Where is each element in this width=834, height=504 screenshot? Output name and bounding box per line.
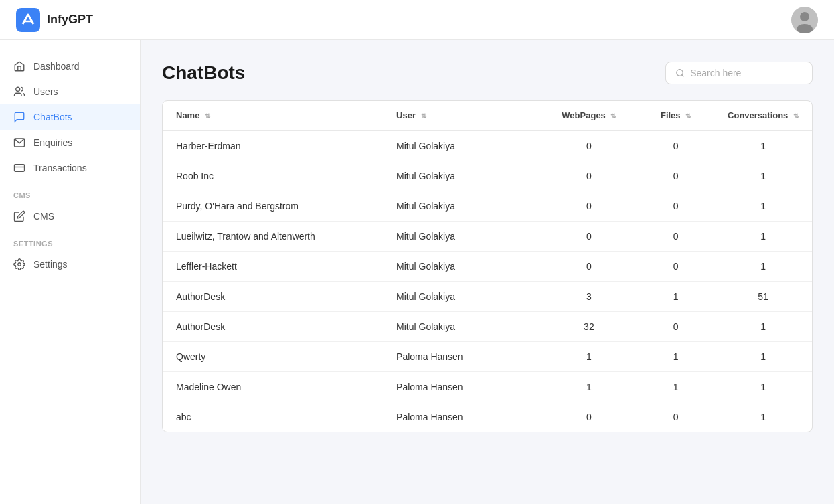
cell-conversations-3: 1: [714, 222, 812, 252]
cell-user-8: Paloma Hansen: [383, 372, 541, 402]
cell-webpages-7: 1: [541, 342, 637, 372]
cell-files-7: 1: [637, 342, 714, 372]
cell-files-0: 0: [637, 131, 714, 161]
col-header-files[interactable]: Files ⇅: [637, 101, 714, 131]
cell-name-8: Madeline Owen: [163, 372, 383, 402]
cell-name-4: Leffler-Hackett: [163, 252, 383, 282]
cell-files-9: 0: [637, 402, 714, 432]
table-row[interactable]: abc Paloma Hansen 0 0 1: [163, 402, 812, 432]
sort-icon-files: ⇅: [685, 112, 691, 120]
sort-icon-conversations: ⇅: [793, 112, 799, 120]
sidebar-item-chatbots[interactable]: ChatBots: [0, 104, 140, 130]
table-row[interactable]: Qwerty Paloma Hansen 1 1 1: [163, 342, 812, 372]
cell-conversations-7: 1: [714, 342, 812, 372]
cms-section-label: CMS: [0, 181, 140, 203]
sidebar-label-enquiries: Enquiries: [33, 137, 72, 148]
table-row[interactable]: Leffler-Hackett Mitul Golakiya 0 0 1: [163, 252, 812, 282]
cell-webpages-1: 0: [541, 161, 637, 191]
cell-user-2: Mitul Golakiya: [383, 191, 541, 222]
main-content: ChatBots Name ⇅: [141, 40, 834, 504]
sidebar-item-transactions[interactable]: Transactions: [0, 155, 140, 181]
cell-user-7: Paloma Hansen: [383, 342, 541, 372]
sidebar-label-dashboard: Dashboard: [33, 61, 80, 72]
app-name: InfyGPT: [47, 13, 93, 27]
cell-user-9: Paloma Hansen: [383, 402, 541, 432]
svg-rect-0: [16, 8, 40, 32]
cell-files-6: 0: [637, 312, 714, 342]
cell-name-3: Lueilwitz, Trantow and Altenwerth: [163, 222, 383, 252]
sort-icon-name: ⇅: [205, 112, 210, 120]
table-row[interactable]: AuthorDesk Mitul Golakiya 32 0 1: [163, 312, 812, 342]
sidebar-item-cms[interactable]: CMS: [0, 203, 140, 229]
search-box: [665, 62, 813, 84]
cell-conversations-1: 1: [714, 161, 812, 191]
page-header: ChatBots: [162, 62, 813, 84]
col-header-name[interactable]: Name ⇅: [163, 101, 383, 131]
table-row[interactable]: Purdy, O'Hara and Bergstrom Mitul Golaki…: [163, 191, 812, 222]
gear-icon: [13, 258, 25, 270]
table-row[interactable]: Lueilwitz, Trantow and Altenwerth Mitul …: [163, 222, 812, 252]
cell-user-1: Mitul Golakiya: [383, 161, 541, 191]
table-row[interactable]: Madeline Owen Paloma Hansen 1 1 1: [163, 372, 812, 402]
cell-webpages-9: 0: [541, 402, 637, 432]
svg-line-10: [682, 75, 684, 77]
app-layout: Dashboard Users ChatBots Enquiries: [0, 40, 834, 504]
search-icon: [675, 68, 685, 78]
cell-webpages-0: 0: [541, 131, 637, 161]
app-logo-icon: [16, 8, 40, 32]
table-body: Harber-Erdman Mitul Golakiya 0 0 1 Roob …: [163, 131, 812, 432]
credit-card-icon: [13, 162, 25, 174]
sidebar-label-chatbots: ChatBots: [33, 112, 72, 122]
cell-files-8: 1: [637, 372, 714, 402]
cell-conversations-5: 51: [714, 282, 812, 312]
chat-icon: [13, 111, 25, 123]
table-row[interactable]: AuthorDesk Mitul Golakiya 3 1 51: [163, 282, 812, 312]
cell-name-7: Qwerty: [163, 342, 383, 372]
svg-point-9: [677, 70, 683, 76]
sidebar-item-enquiries[interactable]: Enquiries: [0, 130, 140, 155]
sort-icon-user: ⇅: [421, 112, 426, 120]
cell-conversations-0: 1: [714, 131, 812, 161]
page-title: ChatBots: [162, 62, 245, 84]
cell-user-3: Mitul Golakiya: [383, 222, 541, 252]
cell-name-0: Harber-Erdman: [163, 131, 383, 161]
sidebar-label-settings: Settings: [33, 259, 68, 270]
cell-files-5: 1: [637, 282, 714, 312]
chatbots-table-container: Name ⇅ User ⇅ WebPages ⇅ Files: [162, 100, 813, 432]
settings-section-label: Settings: [0, 229, 140, 252]
logo-area: InfyGPT: [16, 8, 93, 32]
svg-point-4: [16, 87, 20, 91]
sidebar-label-users: Users: [33, 86, 58, 97]
svg-rect-6: [15, 165, 25, 172]
cell-webpages-3: 0: [541, 222, 637, 252]
col-header-conversations[interactable]: Conversations ⇅: [714, 101, 812, 131]
sidebar-item-users[interactable]: Users: [0, 79, 140, 104]
svg-point-8: [18, 263, 21, 266]
table-row[interactable]: Harber-Erdman Mitul Golakiya 0 0 1: [163, 131, 812, 161]
cell-webpages-5: 3: [541, 282, 637, 312]
cell-name-6: AuthorDesk: [163, 312, 383, 342]
cell-files-4: 0: [637, 252, 714, 282]
cell-name-5: AuthorDesk: [163, 282, 383, 312]
svg-point-2: [800, 12, 809, 21]
col-header-webpages[interactable]: WebPages ⇅: [541, 101, 637, 131]
cell-conversations-6: 1: [714, 312, 812, 342]
user-avatar[interactable]: [791, 7, 818, 33]
col-header-user[interactable]: User ⇅: [383, 101, 541, 131]
edit-icon: [13, 210, 25, 222]
cell-webpages-4: 0: [541, 252, 637, 282]
sidebar-item-settings[interactable]: Settings: [0, 252, 140, 277]
cell-files-3: 0: [637, 222, 714, 252]
table-row[interactable]: Roob Inc Mitul Golakiya 0 0 1: [163, 161, 812, 191]
sidebar-label-transactions: Transactions: [33, 163, 87, 173]
top-header: InfyGPT: [0, 0, 834, 40]
cell-user-5: Mitul Golakiya: [383, 282, 541, 312]
cell-user-6: Mitul Golakiya: [383, 312, 541, 342]
cell-conversations-2: 1: [714, 191, 812, 222]
home-icon: [13, 60, 25, 72]
cell-user-4: Mitul Golakiya: [383, 252, 541, 282]
cell-files-2: 0: [637, 191, 714, 222]
search-input[interactable]: [690, 68, 803, 78]
cell-files-1: 0: [637, 161, 714, 191]
sidebar-item-dashboard[interactable]: Dashboard: [0, 54, 140, 79]
